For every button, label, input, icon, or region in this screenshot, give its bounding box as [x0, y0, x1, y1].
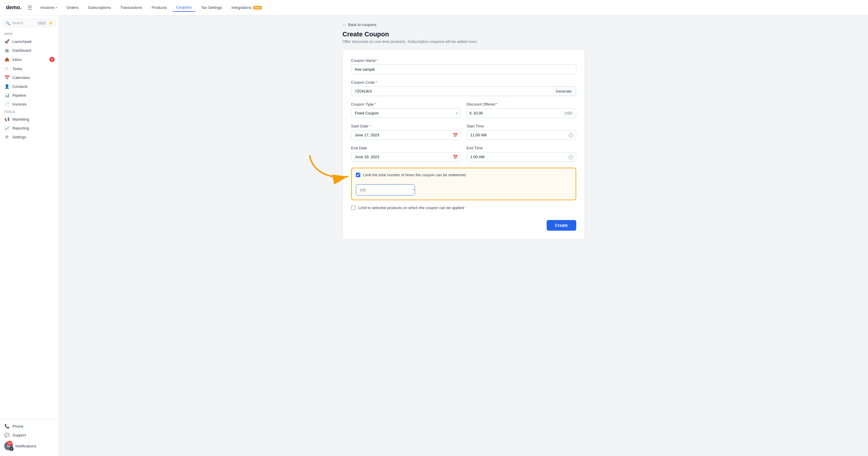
phone-icon: 📞: [4, 424, 9, 428]
sidebar-item-dashboard[interactable]: ▦ Dashboard: [0, 46, 59, 55]
coupon-code-input-wrapper: Generate: [351, 86, 576, 96]
page-title: Create Coupon: [343, 30, 585, 38]
start-date-label: Start Date *: [351, 124, 461, 129]
sidebar-item-calendars[interactable]: 📅 Calendars: [0, 73, 59, 82]
reporting-icon: 📈: [4, 126, 9, 131]
form-page: ← Back to coupons Create Coupon Offer di…: [331, 16, 597, 246]
tools-section-label: Tools: [0, 109, 59, 115]
sidebar-item-reporting[interactable]: 📈 Reporting: [0, 123, 59, 133]
clock-icon: 🕐: [568, 133, 573, 138]
calendars-icon: 📅: [4, 75, 9, 80]
chevron-down-icon: ▾: [56, 6, 57, 9]
required-star-2: *: [376, 80, 377, 85]
calendar-icon-2: 📅: [453, 155, 458, 160]
limit-total-highlight-box: Limit the total number of times the coup…: [351, 168, 576, 200]
contacts-icon: 👤: [4, 84, 9, 89]
generate-button[interactable]: Generate: [551, 86, 576, 96]
main-layout: 🔍 Search ctrl K ⚡ Apps 🚀 Launchpad ▦ Das…: [0, 16, 868, 456]
settings-icon: ⚙: [4, 135, 9, 139]
coupon-code-input[interactable]: [351, 86, 552, 96]
sidebar-item-settings[interactable]: ⚙ Settings: [0, 133, 59, 141]
back-to-coupons-link[interactable]: ← Back to coupons: [343, 23, 585, 27]
annotation-arrow: [304, 150, 351, 186]
limit-total-checkbox-row[interactable]: Limit the total number of times the coup…: [356, 172, 571, 181]
start-time-group: Start Time 🕐: [467, 124, 576, 140]
limit-total-checkbox[interactable]: [356, 173, 360, 177]
start-time-label: Start Time: [467, 124, 576, 129]
coupon-name-group: Coupon Name *: [351, 58, 576, 74]
nav-subscriptions[interactable]: Subscriptions: [84, 4, 114, 11]
sidebar-item-launchpad[interactable]: 🚀 Launchpad: [0, 37, 59, 46]
inbox-badge: 1: [49, 57, 55, 62]
coupon-code-label: Coupon Code *: [351, 80, 576, 85]
discount-offered-group: Discount Offered * $ USD: [467, 102, 576, 118]
end-date-time-row: End Date 📅 End Time 🕐: [351, 146, 576, 162]
limit-products-checkbox[interactable]: [351, 205, 355, 210]
launchpad-icon: 🚀: [4, 39, 9, 44]
coupon-name-label: Coupon Name *: [351, 58, 576, 63]
search-icon: 🔍: [6, 21, 10, 25]
sidebar-item-invoices[interactable]: 📄 Invoices: [0, 99, 59, 109]
end-date-input[interactable]: [351, 152, 461, 162]
nav-transactions[interactable]: Transactions: [117, 4, 146, 11]
sidebar-item-tasks[interactable]: ✓ Tasks: [0, 64, 59, 73]
sidebar-item-inbox[interactable]: 📥 Inbox 1: [0, 55, 59, 64]
quantity-input[interactable]: [356, 186, 413, 195]
limit-total-section: Limit the total number of times the coup…: [351, 168, 576, 200]
coupon-name-input[interactable]: [351, 64, 576, 74]
integrations-badge: New: [253, 6, 262, 9]
quantity-decrement-button[interactable]: −: [413, 184, 415, 195]
required-star: *: [377, 58, 378, 63]
tasks-icon: ✓: [4, 66, 9, 71]
hamburger-icon[interactable]: ☰: [28, 4, 32, 11]
top-nav: demo. ☰ Invoices ▾ Orders Subscriptions …: [0, 0, 868, 16]
search-bar[interactable]: 🔍 Search ctrl K ⚡: [3, 19, 56, 27]
discount-input[interactable]: [467, 108, 576, 118]
end-time-input[interactable]: [467, 152, 576, 162]
coupon-type-group: Coupon Type * Fixed Coupon Percentage Co…: [351, 102, 461, 118]
coupon-code-group: Coupon Code * Generate: [351, 80, 576, 96]
pipeline-icon: 📊: [4, 93, 9, 97]
sidebar-item-support[interactable]: 💬 Support: [0, 431, 59, 439]
sidebar-item-phone[interactable]: 📞 Phone: [0, 422, 59, 431]
notifications-label: Notifications: [16, 444, 36, 448]
inbox-icon: 📥: [4, 57, 9, 62]
create-button[interactable]: Create: [547, 220, 576, 231]
end-date-label: End Date: [351, 146, 461, 150]
sidebar: 🔍 Search ctrl K ⚡ Apps 🚀 Launchpad ▦ Das…: [0, 16, 59, 456]
start-time-input-wrapper: 🕐: [467, 130, 576, 140]
marketing-icon: 📢: [4, 117, 9, 121]
coupon-type-select[interactable]: Fixed Coupon Percentage Coupon: [351, 108, 461, 118]
required-star-4: *: [496, 102, 498, 107]
start-time-input[interactable]: [467, 130, 576, 140]
sidebar-bottom: 📞 Phone 💬 Support G 7 Notifications 25: [0, 419, 59, 452]
notifications-badge: 25: [7, 440, 12, 446]
sidebar-item-marketing[interactable]: 📢 Marketing: [0, 115, 59, 123]
quantity-input-row: − +: [356, 184, 415, 196]
form-card: Coupon Name * Coupon Code * Generate: [343, 50, 585, 239]
content-area: ← Back to coupons Create Coupon Offer di…: [59, 16, 868, 456]
nav-coupons[interactable]: Coupons: [173, 3, 195, 12]
coupon-type-label: Coupon Type *: [351, 102, 461, 107]
limit-products-label: Limit to selected products on which the …: [359, 205, 464, 210]
avatar-area[interactable]: G 7 Notifications 25: [0, 439, 59, 452]
limit-products-checkbox-row[interactable]: Limit to selected products on which the …: [351, 201, 576, 214]
required-star-5: *: [369, 124, 371, 129]
lightning-icon: ⚡: [48, 21, 53, 25]
nav-tax-settings[interactable]: Tax Settings: [197, 4, 226, 11]
nav-orders[interactable]: Orders: [63, 4, 82, 11]
support-icon: 💬: [4, 433, 9, 437]
nav-integrations[interactable]: Integrations New: [228, 4, 265, 11]
start-date-group: Start Date * 📅: [351, 124, 461, 140]
end-time-group: End Time 🕐: [467, 146, 576, 162]
sidebar-item-pipeline[interactable]: 📊 Pipeline: [0, 91, 59, 99]
sidebar-item-contacts[interactable]: 👤 Contacts: [0, 82, 59, 91]
required-star-3: *: [375, 102, 376, 107]
start-date-input-wrapper: 📅: [351, 130, 461, 140]
coupon-type-discount-row: Coupon Type * Fixed Coupon Percentage Co…: [351, 102, 576, 118]
page-subtitle: Offer discounts on one-time products. Su…: [343, 39, 585, 44]
nav-products[interactable]: Products: [148, 4, 170, 11]
dashboard-icon: ▦: [4, 48, 9, 53]
nav-invoices[interactable]: Invoices ▾: [37, 4, 61, 11]
start-date-input[interactable]: [351, 130, 461, 140]
